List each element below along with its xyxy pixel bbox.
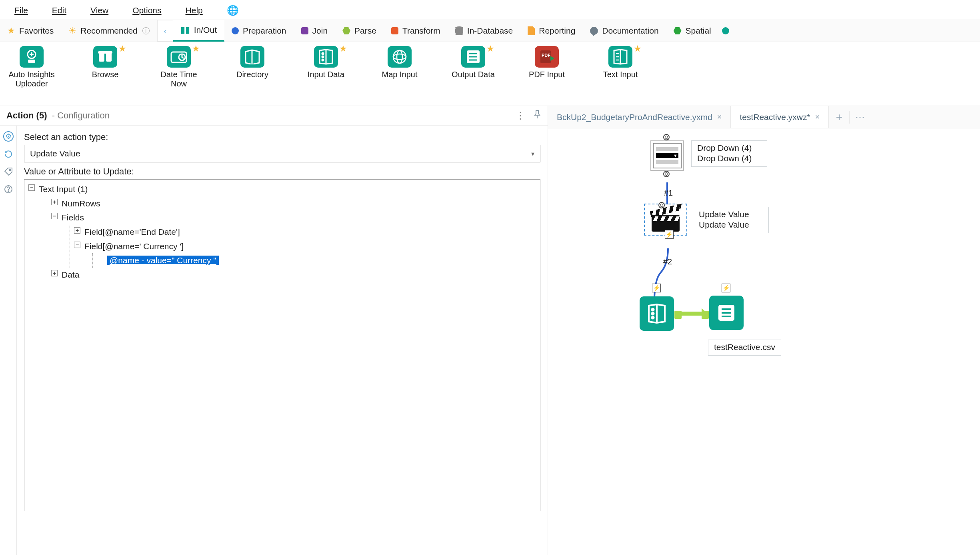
- tool-directory[interactable]: Directory: [226, 46, 278, 79]
- value-attr-label: Value or Attribute to Update:: [24, 166, 540, 177]
- more-tabs-button[interactable]: ⋯: [850, 112, 870, 123]
- tool-label: Date Time Now: [153, 70, 205, 88]
- close-icon[interactable]: ×: [815, 112, 820, 122]
- cat-favorites[interactable]: ★ Favorites: [0, 20, 61, 42]
- tree-numrows[interactable]: + NumRows: [50, 196, 537, 211]
- cat-reporting[interactable]: Reporting: [520, 20, 583, 42]
- cat-inout[interactable]: ▮▮ In/Out: [173, 20, 224, 42]
- gear-icon[interactable]: ⚙: [3, 131, 14, 142]
- tab-bckup2[interactable]: BckUp2_BudgetaryProAndReactive.yxmd ×: [548, 106, 731, 128]
- collapse-icon[interactable]: −: [28, 184, 35, 191]
- tool-input-data[interactable]: ★ Input Data: [300, 46, 352, 79]
- cat-more[interactable]: [719, 20, 733, 42]
- expand-icon[interactable]: +: [51, 270, 58, 276]
- date-time-icon: [167, 46, 191, 68]
- cat-favorites-label: Favorites: [19, 26, 54, 36]
- cat-parse[interactable]: Parse: [335, 20, 384, 42]
- action-type-select[interactable]: Update Value ▾: [24, 145, 540, 162]
- help-icon[interactable]: [3, 184, 14, 194]
- lightning-icon[interactable]: ⚡: [652, 284, 661, 292]
- svg-rect-1: [28, 60, 35, 63]
- tag-icon[interactable]: [3, 166, 14, 177]
- cat-spatial[interactable]: Spatial: [666, 20, 719, 42]
- directory-icon: [240, 46, 264, 68]
- dot-icon: [722, 27, 729, 34]
- tree-attr-currency[interactable]: @name - value=" Currency ": [96, 253, 537, 268]
- svg-point-9: [322, 59, 324, 61]
- star-icon: ★: [634, 44, 642, 54]
- cat-recommended[interactable]: ☀ Recommended i: [61, 20, 157, 42]
- svg-point-21: [652, 317, 654, 319]
- tree-root[interactable]: − Text Input (1) + NumRows − F: [28, 182, 537, 282]
- lightning-icon[interactable]: ⚡: [665, 230, 674, 239]
- tree-data[interactable]: + Data: [50, 268, 537, 282]
- lightning-icon[interactable]: ⚡: [722, 284, 730, 292]
- config-title: Action (5) - Configuration: [6, 110, 110, 121]
- menu-help[interactable]: Help: [183, 4, 205, 17]
- square-icon: [301, 27, 308, 34]
- tree-field-enddate[interactable]: + Field[@name='End Date']: [73, 225, 537, 239]
- cat-nav-prev[interactable]: ‹: [157, 20, 173, 42]
- info-icon[interactable]: i: [142, 27, 150, 34]
- expand-icon[interactable]: +: [51, 199, 58, 205]
- cat-preparation-label: Preparation: [243, 26, 286, 36]
- expand-icon[interactable]: +: [74, 227, 80, 234]
- tab-testreactive[interactable]: testReactive.yxwz* ×: [731, 106, 829, 128]
- cat-join[interactable]: Join: [294, 20, 336, 42]
- tool-pdf-input[interactable]: PDF PDF Input: [521, 46, 573, 79]
- tool-text-input[interactable]: ★ Text Input: [594, 46, 646, 79]
- add-tab-button[interactable]: +: [829, 111, 850, 124]
- tool-output-data[interactable]: ★ Output Data: [447, 46, 499, 79]
- node-input-data[interactable]: ⚡: [638, 296, 675, 331]
- node-label: testReactive.csv: [708, 340, 781, 356]
- pin-icon[interactable]: [533, 110, 541, 121]
- star-icon: ★: [486, 44, 494, 54]
- tool-auto-insights-uploader[interactable]: Auto Insights Uploader: [6, 46, 58, 88]
- tool-label: Map Input: [382, 70, 418, 79]
- tool-browse[interactable]: ★ Browse: [79, 46, 131, 79]
- cat-recommended-label: Recommended: [80, 26, 137, 36]
- anchor-q-out[interactable]: [663, 171, 670, 177]
- tree-fields[interactable]: − Fields + Field[@name='End Date']: [50, 210, 537, 268]
- tool-label: Browse: [92, 70, 119, 79]
- tool-date-time-now[interactable]: ★ Date Time Now: [153, 46, 205, 88]
- cat-indatabase[interactable]: In-Database: [448, 20, 520, 42]
- tree-field-currency[interactable]: − Field[@name=' Currency '] @name - valu…: [73, 239, 537, 268]
- svg-point-10: [393, 50, 406, 63]
- config-left-rail: ⚙: [0, 126, 17, 555]
- cat-transform[interactable]: Transform: [384, 20, 448, 42]
- refresh-icon[interactable]: [3, 149, 14, 159]
- node-output-data[interactable]: ⚡ testReactive.csv: [708, 284, 781, 356]
- svg-point-16: [9, 170, 10, 171]
- xml-tree[interactable]: − Text Input (1) + NumRows − F: [24, 179, 540, 511]
- input-anchor[interactable]: [702, 311, 709, 319]
- menu-edit[interactable]: Edit: [50, 4, 69, 17]
- cat-inout-label: In/Out: [194, 25, 217, 35]
- config-pane: Action (5) - Configuration ⋮ ⚙: [0, 106, 548, 555]
- tool-label: Output Data: [452, 70, 495, 79]
- svg-point-12: [397, 50, 402, 63]
- output-data-icon: [461, 46, 485, 68]
- more-icon[interactable]: ⋮: [516, 110, 525, 121]
- comment-icon: [590, 27, 598, 35]
- menu-view[interactable]: View: [88, 4, 111, 17]
- workflow-canvas[interactable]: Drop Down (4) Drop Down (4) #1: [548, 128, 980, 555]
- collapse-icon[interactable]: −: [74, 242, 80, 248]
- tool-label: PDF Input: [529, 70, 565, 79]
- cat-preparation[interactable]: Preparation: [224, 20, 294, 42]
- close-icon[interactable]: ×: [717, 112, 722, 122]
- node-action[interactable]: ⚡ Update Value Update Value: [644, 204, 769, 236]
- cat-documentation[interactable]: Documentation: [583, 20, 666, 42]
- input-data-icon: [314, 46, 338, 68]
- svg-point-11: [393, 54, 406, 60]
- browse-icon: [93, 46, 117, 68]
- menu-file[interactable]: File: [12, 4, 30, 17]
- anchor-q[interactable]: [663, 134, 670, 140]
- map-input-icon: [388, 46, 412, 68]
- tool-map-input[interactable]: Map Input: [374, 46, 426, 79]
- tool-label: Auto Insights Uploader: [6, 70, 58, 88]
- menu-options[interactable]: Options: [130, 4, 164, 17]
- node-dropdown[interactable]: Drop Down (4) Drop Down (4): [649, 140, 767, 171]
- collapse-icon[interactable]: −: [51, 213, 58, 219]
- language-globe-icon[interactable]: 🌐: [227, 5, 239, 16]
